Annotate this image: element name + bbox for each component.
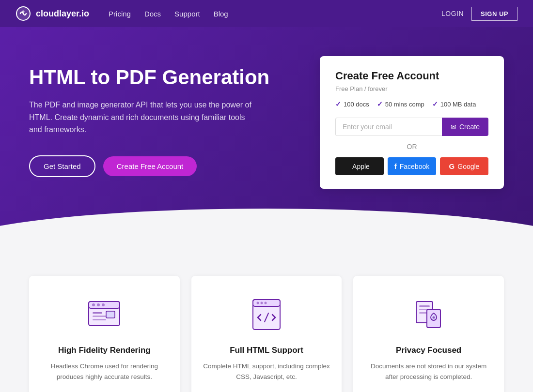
hero-content: HTML to PDF Generation The PDF and image… [29,56,281,177]
svg-point-5 [97,303,100,306]
google-signin-button[interactable]: G Google [440,157,488,175]
brand-logo[interactable]: cloudlayer.io [16,6,89,21]
get-started-button[interactable]: Get Started [29,155,95,177]
facebook-icon: f [394,162,397,170]
check-icon-2: ✓ [377,100,383,108]
feature-comp-label: 50 mins comp [385,101,424,108]
email-input[interactable] [335,118,442,136]
signup-button[interactable]: SIGN UP [471,7,517,21]
facebook-signin-button[interactable]: f Facebook [388,157,436,175]
email-row: ✉ Create [335,118,488,136]
features-section: High Fidelity Rendering Headless Chrome … [0,247,533,392]
feature-docs: ✓ 100 docs [335,100,369,108]
feature-desc-rendering: Headless Chrome used for rendering produ… [41,361,168,382]
signup-plan-label: Free Plan / forever [335,85,488,92]
svg-rect-19 [419,309,427,310]
check-icon-3: ✓ [432,100,438,108]
feature-card-html: Full HTML Support Complete HTML support,… [191,276,342,392]
feature-data-label: 100 MB data [440,101,476,108]
signup-features: ✓ 100 docs ✓ 50 mins comp ✓ 100 MB data [335,100,488,108]
svg-point-13 [256,302,259,304]
hero-buttons: Get Started Create Free Account [29,155,281,177]
brand-name: cloudlayer.io [36,9,89,19]
html-icon [247,295,286,334]
feature-desc-privacy: Documents are not stored in our system a… [365,361,492,382]
feature-data: ✓ 100 MB data [432,100,476,108]
privacy-icon [409,295,448,334]
envelope-icon: ✉ [451,123,456,131]
hero-section: HTML to PDF Generation The PDF and image… [0,27,533,247]
feature-docs-label: 100 docs [344,101,369,108]
create-email-button[interactable]: ✉ Create [442,118,488,136]
google-icon: G [449,162,455,170]
nav-actions: LOGIN SIGN UP [441,7,517,21]
svg-point-1 [22,11,25,13]
feature-desc-html: Complete HTML support, including complex… [203,361,330,382]
hero-subtitle: The PDF and image generator API that let… [29,99,252,136]
or-divider: OR [335,143,488,151]
svg-rect-7 [93,312,102,314]
check-icon-1: ✓ [335,100,341,108]
nav-blog[interactable]: Blog [214,10,228,18]
nav-docs[interactable]: Docs [144,10,161,18]
create-account-hero-button[interactable]: Create Free Account [103,156,197,176]
features-grid: High Fidelity Rendering Headless Chrome … [29,276,504,392]
svg-rect-9 [93,319,106,320]
feature-card-rendering: High Fidelity Rendering Headless Chrome … [29,276,180,392]
feature-card-privacy: Privacy Focused Documents are not stored… [353,276,504,392]
signup-card: Create Free Account Free Plan / forever … [320,56,504,189]
svg-rect-18 [419,305,430,307]
feature-title-privacy: Privacy Focused [365,346,492,355]
social-buttons: Apple f Facebook G Google [335,157,488,175]
svg-point-4 [92,303,95,306]
hero-title: HTML to PDF Generation [29,66,281,89]
svg-rect-10 [106,311,115,318]
rendering-icon [85,295,124,334]
nav-pricing[interactable]: Pricing [109,10,131,18]
feature-title-rendering: High Fidelity Rendering [41,346,168,355]
login-button[interactable]: LOGIN [441,10,464,17]
navbar: cloudlayer.io Pricing Docs Support Blog … [0,0,533,27]
apple-signin-button[interactable]: Apple [335,157,384,175]
svg-point-15 [264,302,266,304]
svg-point-22 [432,317,435,319]
signup-card-title: Create Free Account [335,70,488,82]
feature-comp: ✓ 50 mins comp [377,100,424,108]
nav-links: Pricing Docs Support Blog [109,10,441,18]
svg-point-14 [260,302,263,304]
nav-support[interactable]: Support [174,10,200,18]
svg-point-6 [102,303,105,306]
feature-title-html: Full HTML Support [203,346,330,355]
